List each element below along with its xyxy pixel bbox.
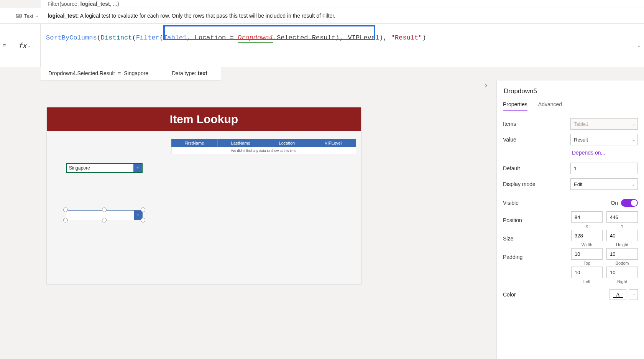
dropdown4[interactable]: Singapore: [66, 163, 143, 173]
app-screen: Item Lookup FirstName LastName Location …: [47, 107, 361, 284]
label-color: Color: [503, 291, 606, 298]
page-title: Item Lookup: [47, 107, 361, 131]
selection-handle[interactable]: [141, 218, 145, 222]
pad-bottom-input[interactable]: [606, 248, 638, 260]
formula-input[interactable]: SortByColumns(Distinct(Filter(Table1, Lo…: [41, 24, 644, 67]
label-default: Default: [503, 165, 567, 171]
pad-left-input[interactable]: [571, 267, 603, 278]
color-more-icon[interactable]: ⋯: [629, 289, 638, 300]
label-size: Size: [503, 235, 567, 242]
display-mode-dropdown[interactable]: Edit⌄: [570, 178, 638, 190]
selection-handle[interactable]: [102, 218, 107, 222]
intellisense-help: Abc Text ⌄ logical_test: A logical test …: [0, 8, 644, 24]
col-firstname: FirstName: [171, 139, 218, 147]
label-visible: Visible: [503, 200, 607, 206]
tab-properties[interactable]: Properties: [503, 99, 527, 111]
formula-eval-row: Dropdown4.Selected.Result = Singapore Da…: [41, 67, 221, 81]
selected-control-name: Dropdown5: [503, 81, 638, 99]
properties-panel: Dropdown5 Properties Advanced Items Tabl…: [496, 81, 644, 359]
intellisense-signature: Filter(source, logical_test, ...): [41, 0, 644, 8]
tab-advanced[interactable]: Advanced: [538, 99, 562, 111]
depends-on-link[interactable]: Depends on...: [572, 148, 638, 161]
chevron-down-icon[interactable]: [133, 164, 142, 172]
color-picker[interactable]: A: [610, 289, 626, 300]
selection-handle[interactable]: [63, 207, 68, 212]
width-input[interactable]: [571, 230, 603, 241]
expand-formula-icon[interactable]: ⌄: [637, 43, 640, 48]
pos-x-input[interactable]: [571, 211, 603, 223]
data-table-empty: We didn't find any data to show at this …: [171, 147, 356, 154]
format-text-dropdown[interactable]: Abc Text ⌄: [7, 13, 48, 19]
height-input[interactable]: [606, 230, 638, 241]
pad-right-input[interactable]: [606, 267, 638, 278]
value-dropdown[interactable]: Result⌄: [570, 134, 638, 145]
data-table-header: FirstName LastName Location VIPLevel: [171, 139, 356, 147]
col-lastname: LastName: [218, 139, 264, 147]
label-items: Items: [503, 121, 567, 127]
panel-tabs: Properties Advanced: [503, 99, 638, 111]
formula-bar: = fx⌄ SortByColumns(Distinct(Filter(Tabl…: [0, 24, 644, 67]
default-input[interactable]: [570, 163, 638, 174]
visible-toggle[interactable]: [621, 199, 638, 207]
label-value: Value: [503, 137, 567, 143]
visible-on-text: On: [611, 200, 618, 206]
textbox-icon: Abc: [16, 13, 22, 19]
panel-collapse-icon[interactable]: [483, 83, 489, 90]
equals-label: =: [0, 24, 8, 67]
label-padding: Padding: [503, 254, 567, 260]
selection-handle[interactable]: [102, 207, 107, 212]
col-location: Location: [264, 139, 310, 147]
pos-y-input[interactable]: [606, 211, 638, 223]
dropdown4-value: Singapore: [67, 165, 133, 171]
selection-handle[interactable]: [141, 207, 145, 212]
label-display-mode: Display mode: [503, 181, 567, 187]
pad-top-input[interactable]: [571, 248, 603, 260]
fx-button[interactable]: fx⌄: [8, 24, 41, 67]
svg-text:Abc: Abc: [17, 15, 22, 17]
label-position: Position: [503, 217, 567, 223]
canvas-area[interactable]: Item Lookup FirstName LastName Location …: [0, 81, 496, 359]
col-viplevel: VIPLevel: [310, 139, 356, 147]
selection-handle[interactable]: [63, 218, 68, 222]
items-dropdown[interactable]: Table1⌄: [570, 118, 638, 130]
